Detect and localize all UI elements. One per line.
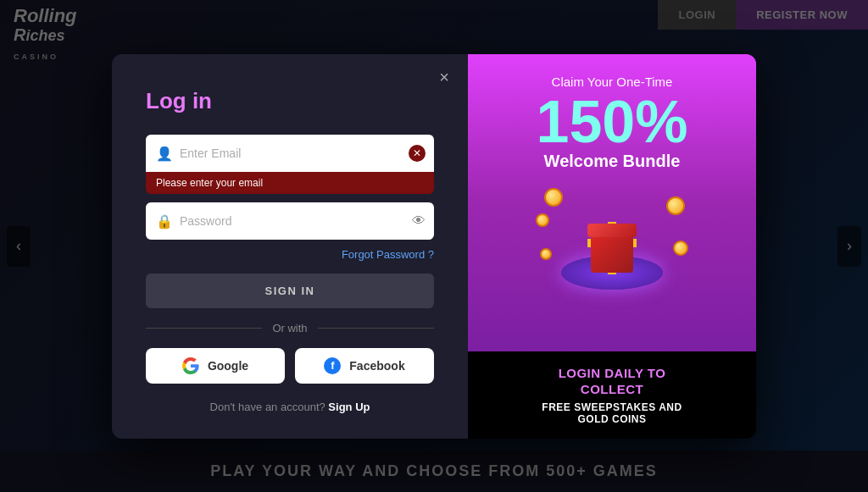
- toggle-password-button[interactable]: 👁: [412, 213, 426, 229]
- coin-5: [540, 248, 552, 260]
- password-input-wrapper: 🔒 👁: [146, 202, 434, 240]
- signup-link[interactable]: Sign Up: [328, 401, 370, 413]
- promo-percent: 150%: [536, 92, 687, 152]
- divider-text: Or with: [272, 322, 307, 334]
- promo-panel: Claim Your One-Time 150% Welcome Bundle: [468, 54, 756, 439]
- forgot-password-link[interactable]: Forgot Password ?: [342, 248, 434, 261]
- forgot-password-link-wrapper: Forgot Password ?: [146, 246, 434, 262]
- gift-box: [591, 235, 633, 273]
- social-login-buttons: Google f Facebook: [146, 348, 434, 384]
- lock-icon: 🔒: [156, 213, 173, 229]
- gift-scene: [527, 188, 697, 290]
- promo-image-area: [485, 180, 739, 290]
- facebook-login-button[interactable]: f Facebook: [295, 348, 434, 384]
- promo-daily-sub: FREE SWEEPSTAKES ANDGOLD COINS: [485, 401, 739, 425]
- promo-bundle-text: Welcome Bundle: [544, 152, 681, 171]
- promo-daily-title: LOGIN DAILY TOCOLLECT: [485, 365, 739, 398]
- coin-3: [536, 213, 549, 227]
- promo-claim-text: Claim Your One-Time: [552, 75, 673, 89]
- or-divider: Or with: [146, 322, 434, 334]
- close-button[interactable]: ×: [432, 66, 456, 90]
- login-title: Log in: [146, 88, 434, 114]
- user-icon: 👤: [156, 145, 173, 161]
- clear-email-button[interactable]: ✕: [409, 145, 426, 162]
- divider-line-right: [318, 328, 434, 329]
- coin-1: [544, 188, 563, 207]
- facebook-icon: f: [324, 357, 341, 374]
- promo-bottom-section: LOGIN DAILY TOCOLLECT FREE SWEEPSTAKES A…: [468, 351, 756, 439]
- no-account-text: Don't have an account?: [210, 401, 326, 413]
- gift-lid: [587, 224, 637, 237]
- facebook-label: Facebook: [349, 359, 404, 373]
- email-field[interactable]: [146, 135, 434, 172]
- coin-2: [666, 196, 685, 215]
- promo-top-section: Claim Your One-Time 150% Welcome Bundle: [468, 54, 756, 351]
- login-modal: × Log in 👤 ✕ Please enter your email 🔒 👁…: [112, 54, 756, 439]
- coin-4: [673, 240, 688, 256]
- modal-overlay: × Log in 👤 ✕ Please enter your email 🔒 👁…: [0, 0, 868, 492]
- google-label: Google: [208, 359, 248, 373]
- email-error-message: Please enter your email: [146, 172, 434, 194]
- signup-link-wrapper: Don't have an account? Sign Up: [146, 401, 434, 413]
- google-login-button[interactable]: Google: [146, 348, 285, 384]
- google-icon: [182, 357, 199, 374]
- divider-line-left: [146, 328, 262, 329]
- login-form-panel: × Log in 👤 ✕ Please enter your email 🔒 👁…: [112, 54, 468, 439]
- password-field[interactable]: [146, 202, 434, 240]
- email-input-wrapper: 👤 ✕: [146, 135, 434, 172]
- sign-in-button[interactable]: SIGN IN: [146, 274, 434, 308]
